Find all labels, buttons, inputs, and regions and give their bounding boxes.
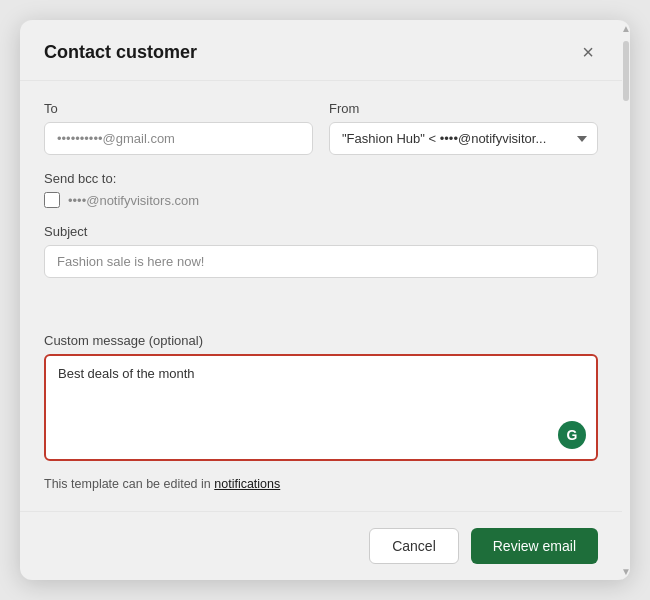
bcc-email: ••••@notifyvisitors.com [68,193,199,208]
template-note: This template can be edited in notificat… [44,477,598,491]
notifications-link[interactable]: notifications [214,477,280,491]
from-group: From "Fashion Hub" < ••••@notifyvisitor.… [329,101,598,155]
scrollbar-up-arrow[interactable]: ▲ [622,20,630,37]
ai-icon[interactable]: G [558,421,586,449]
to-input[interactable] [44,122,313,155]
scrollbar-down-arrow[interactable]: ▼ [622,563,630,580]
modal-header: Contact customer × [20,20,622,81]
bcc-checkbox[interactable] [44,192,60,208]
message-label: Custom message (optional) [44,333,598,348]
modal-footer: Cancel Review email [20,511,622,580]
modal-body: To From "Fashion Hub" < ••••@notifyvisit… [20,81,622,511]
message-textarea-wrapper: Best deals of the month G [44,354,598,461]
close-button[interactable]: × [578,40,598,64]
scrollbar[interactable]: ▲ ▼ [622,20,630,580]
message-textarea[interactable]: Best deals of the month [46,356,596,456]
to-label: To [44,101,313,116]
from-label: From [329,101,598,116]
subject-input[interactable] [44,245,598,278]
subject-label: Subject [44,224,598,239]
to-group: To [44,101,313,155]
bcc-label: Send bcc to: [44,171,598,186]
bcc-checkbox-row: ••••@notifyvisitors.com [44,192,598,208]
from-select[interactable]: "Fashion Hub" < ••••@notifyvisitor... [329,122,598,155]
review-email-button[interactable]: Review email [471,528,598,564]
scrollbar-thumb[interactable] [623,41,629,101]
bcc-row: Send bcc to: ••••@notifyvisitors.com [44,171,598,208]
subject-group: Subject [44,224,598,317]
modal-title: Contact customer [44,42,197,63]
modal-main: Contact customer × To From "Fashion Hub"… [20,20,622,580]
modal-container: Contact customer × To From "Fashion Hub"… [20,20,630,580]
cancel-button[interactable]: Cancel [369,528,459,564]
to-from-row: To From "Fashion Hub" < ••••@notifyvisit… [44,101,598,155]
message-group: Custom message (optional) Best deals of … [44,333,598,461]
